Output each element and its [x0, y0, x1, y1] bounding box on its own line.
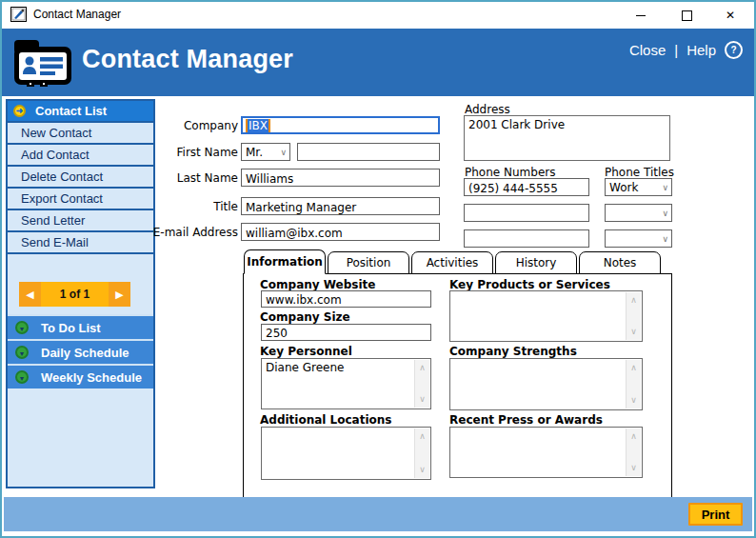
- next-arrow-icon: ▶: [115, 289, 123, 301]
- chevron-down-icon: ∨: [280, 146, 287, 159]
- address-textarea[interactable]: 2001 Clark Drive: [464, 115, 670, 161]
- salutation-value: Mr.: [246, 146, 263, 159]
- phone-input-3[interactable]: [464, 229, 589, 248]
- sidebar-groups: ▼ To Do List ▼ Daily Schedule ▼ Weekly S…: [8, 314, 153, 389]
- phone-title-value: Work: [609, 181, 638, 194]
- last-name-label: Last Name: [114, 171, 238, 185]
- sidebar-item-label: To Do List: [41, 321, 101, 335]
- sidebar-item-weekly-schedule[interactable]: ▼ Weekly Schedule: [8, 364, 153, 389]
- company-size-input[interactable]: [261, 324, 431, 341]
- prev-arrow-icon: ◀: [26, 289, 33, 301]
- title-label: Title: [114, 200, 238, 213]
- key-personnel-textarea[interactable]: Diane Greene ∧∨: [261, 358, 431, 409]
- scroll-up-icon: ∧: [415, 429, 429, 444]
- company-label: Company: [114, 119, 238, 132]
- minimize-icon: [636, 15, 646, 16]
- recent-press-label: Recent Press or Awards: [449, 413, 603, 427]
- close-window-button[interactable]: ✕: [708, 2, 752, 29]
- close-link[interactable]: Close: [629, 42, 666, 58]
- company-size-label: Company Size: [260, 310, 350, 324]
- first-name-input[interactable]: [297, 143, 440, 161]
- company-strengths-textarea[interactable]: ∧∨: [449, 358, 643, 410]
- tab-information[interactable]: Information: [244, 249, 326, 274]
- sidebar-item-daily-schedule[interactable]: ▼ Daily Schedule: [8, 339, 153, 364]
- scroll-down-icon: ∨: [627, 325, 641, 339]
- chevron-down-icon: ∨: [662, 181, 668, 194]
- company-website-input[interactable]: [261, 290, 431, 308]
- sidebar-item-todo-list[interactable]: ▼ To Do List: [8, 314, 153, 339]
- tab-activities[interactable]: Activities: [411, 251, 493, 274]
- down-arrow-icon: ▼: [15, 346, 29, 359]
- title-input[interactable]: [241, 197, 440, 215]
- scroll-down-icon: ∨: [415, 463, 429, 477]
- email-input[interactable]: [241, 223, 440, 241]
- sidebar-item-label: Export Contact: [21, 191, 103, 206]
- app-icon: [10, 7, 27, 22]
- phone-input-2[interactable]: [464, 204, 589, 222]
- key-personnel-label: Key Personnel: [260, 345, 352, 358]
- key-products-label: Key Products or Services: [449, 278, 610, 291]
- sidebar-item-label: Daily Schedule: [41, 346, 129, 360]
- address-label: Address: [465, 103, 510, 116]
- phone-titles-label: Phone Titles: [605, 166, 674, 179]
- down-arrow-icon: ▼: [15, 370, 29, 384]
- sidebar-item-label: Send E-Mail: [21, 235, 89, 249]
- company-website-label: Company Website: [260, 278, 375, 291]
- scroll-up-icon: ∧: [627, 429, 641, 444]
- chevron-down-icon: ∨: [662, 232, 668, 246]
- print-button[interactable]: Print: [688, 503, 743, 526]
- close-icon: ✕: [726, 10, 735, 21]
- first-name-label: First Name: [114, 146, 238, 159]
- tab-notes[interactable]: Notes: [579, 251, 661, 274]
- recent-press-textarea[interactable]: ∧∨: [449, 427, 643, 478]
- record-pager: ◀ 1 of 1 ▶: [19, 282, 130, 307]
- window-title: Contact Manager: [33, 8, 121, 21]
- page-title: Contact Manager: [82, 45, 293, 74]
- phone-numbers-label: Phone Numbers: [465, 166, 555, 179]
- company-strengths-label: Company Strengths: [449, 345, 577, 358]
- additional-locations-label: Additional Locations: [260, 413, 392, 427]
- previous-record-button[interactable]: ◀: [19, 282, 41, 307]
- phone-title-select-2[interactable]: ∨: [605, 204, 672, 222]
- scroll-down-icon: ∨: [627, 393, 641, 408]
- scroll-down-icon: ∨: [415, 392, 429, 407]
- maximize-button[interactable]: [665, 2, 708, 29]
- app-header: Contact Manager Close | Help ?: [2, 29, 754, 96]
- scrollbar[interactable]: ∧∨: [414, 428, 429, 478]
- next-record-button[interactable]: ▶: [109, 282, 130, 307]
- phone-input-1[interactable]: [464, 178, 589, 196]
- sidebar-item-label: Delete Contact: [21, 169, 103, 184]
- contact-card-icon: [13, 39, 72, 87]
- key-products-textarea[interactable]: ∧∨: [449, 290, 643, 342]
- contact-manager-window: Contact Manager ✕ Contact Manager Close …: [0, 0, 756, 538]
- additional-locations-textarea[interactable]: ∧∨: [261, 427, 431, 480]
- key-personnel-value: Diane Greene: [266, 361, 344, 374]
- salutation-select[interactable]: Mr.∨: [241, 143, 290, 161]
- scrollbar[interactable]: ∧∨: [414, 360, 429, 408]
- sidebar-item-label: Contact List: [35, 104, 107, 118]
- last-name-input[interactable]: [241, 169, 440, 187]
- scroll-up-icon: ∧: [627, 361, 641, 375]
- help-link[interactable]: Help: [686, 42, 716, 58]
- scrollbar[interactable]: ∧∨: [626, 292, 641, 340]
- selected-text: IBX: [246, 119, 270, 132]
- phone-title-select-3[interactable]: ∨: [605, 229, 672, 248]
- scrollbar[interactable]: ∧∨: [626, 428, 641, 476]
- down-arrow-icon: ▼: [15, 321, 29, 334]
- maximize-icon: [682, 10, 692, 21]
- help-icon[interactable]: ?: [725, 41, 743, 59]
- scrollbar[interactable]: ∧∨: [626, 360, 641, 408]
- sidebar-item-label: Send Letter: [21, 213, 85, 228]
- chevron-down-icon: ∨: [662, 207, 668, 220]
- right-arrow-icon: ➜: [13, 105, 26, 117]
- sidebar-item-label: Add Contact: [21, 148, 90, 162]
- minimize-button[interactable]: [619, 2, 663, 29]
- footer-bar: Print: [4, 497, 752, 531]
- sidebar-item-label: New Contact: [21, 126, 91, 140]
- tab-history[interactable]: History: [495, 251, 577, 274]
- email-label: E-mail Address: [114, 226, 238, 239]
- phone-title-select-1[interactable]: Work∨: [605, 178, 672, 196]
- company-input[interactable]: IBX: [241, 116, 440, 134]
- tab-position[interactable]: Position: [328, 251, 409, 274]
- record-count: 1 of 1: [41, 282, 109, 307]
